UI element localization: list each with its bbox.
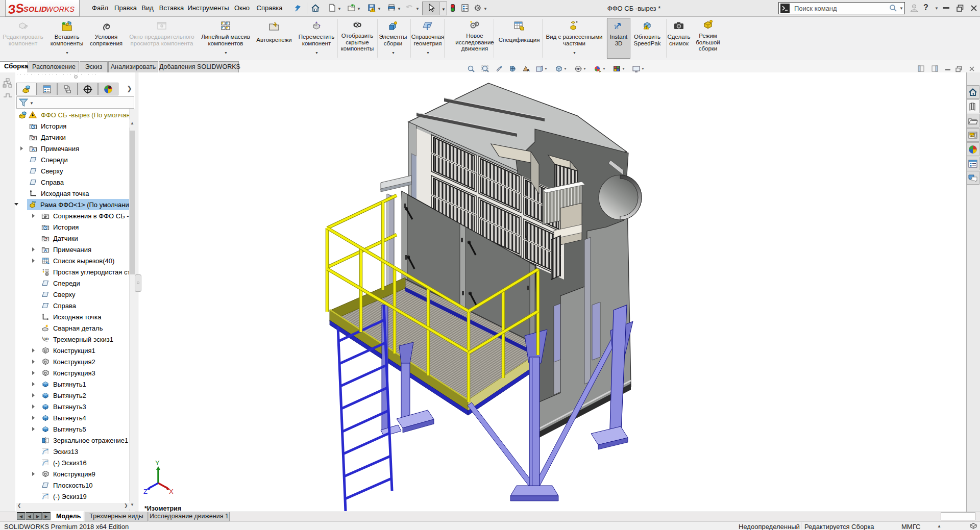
- svg-text:3D: 3D: [43, 337, 48, 341]
- svg-text:!: !: [646, 26, 647, 29]
- svg-text:!: !: [372, 8, 373, 12]
- svg-text:X: X: [169, 488, 174, 495]
- svg-text:WORKS: WORKS: [46, 5, 75, 13]
- svg-text:SOLID: SOLID: [23, 5, 47, 13]
- svg-text:Z: Z: [143, 488, 148, 495]
- svg-text:A: A: [527, 68, 530, 72]
- svg-text:ЗS: ЗS: [7, 1, 24, 16]
- svg-text:A: A: [44, 248, 47, 253]
- svg-text:Y: Y: [155, 459, 160, 467]
- svg-text:A: A: [32, 147, 35, 152]
